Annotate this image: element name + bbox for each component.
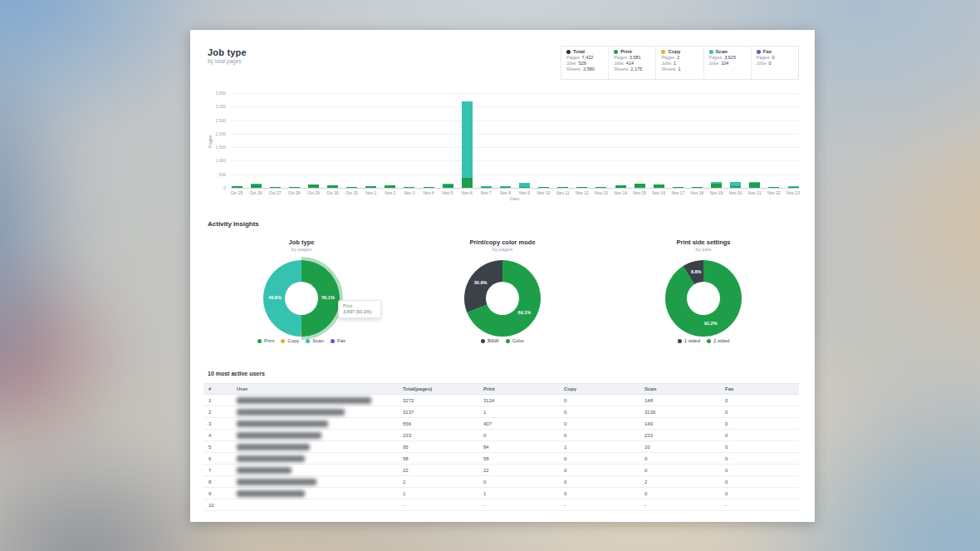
donut-legend-2: B&WColor	[411, 338, 594, 343]
redacted-user-name	[237, 421, 328, 427]
column-header-scan: Scan	[639, 384, 720, 395]
tooltip-value: 3,697 (50.1%)	[343, 309, 376, 315]
table-cell: 233	[398, 430, 478, 441]
table-cell: 0	[720, 453, 799, 465]
legend-dot	[506, 339, 510, 343]
table-cell: 95	[398, 441, 478, 453]
slice-label-2-sided: 91.2%	[697, 321, 725, 326]
redacted-user-name	[237, 467, 292, 474]
table-cell: -	[559, 499, 639, 511]
table-cell: 1	[478, 406, 559, 418]
table-cell: 149	[639, 418, 720, 430]
table-cell: 407	[478, 418, 559, 430]
column-header-fax: Fax	[720, 384, 799, 395]
redacted-user-name	[237, 444, 310, 450]
table-cell: 0	[559, 406, 639, 418]
table-row: 231371031360	[203, 406, 799, 418]
table-cell: 3	[203, 418, 232, 430]
table-row: 595841100	[203, 441, 799, 453]
column-header-total-pages-: Total(pages)	[398, 384, 478, 395]
table-row: 10-----	[203, 499, 799, 511]
legend-dot	[257, 339, 262, 343]
user-name-cell	[232, 488, 398, 499]
chart-tooltip: Print 3,697 (50.1%)	[338, 300, 381, 318]
legend-label: Copy	[287, 338, 299, 343]
table-row: 820020	[203, 476, 799, 488]
slice-label-scan: 49.8%	[261, 295, 289, 300]
legend-label: 1 sided	[684, 338, 700, 343]
legend-dot	[481, 339, 485, 343]
redacted-user-name	[237, 397, 371, 404]
slice-label-b-w: 30.9%	[467, 280, 495, 285]
table-row: 72222000	[203, 465, 799, 476]
table-cell: 556	[398, 418, 478, 430]
table-cell: 6	[203, 453, 232, 465]
table-cell: 22	[398, 465, 478, 476]
legend-item-copy[interactable]: Copy	[281, 338, 299, 343]
legend-label: Print	[264, 338, 274, 343]
table-cell: 10	[203, 499, 232, 511]
users-table-header: #UserTotal(pages)PrintCopyScanFax	[203, 384, 799, 395]
tooltip-series: Print	[343, 303, 376, 309]
legend-label: Scan	[312, 338, 324, 343]
table-cell: 0	[720, 430, 799, 441]
table-cell: 1	[559, 441, 639, 453]
column-header-print: Print	[478, 384, 559, 395]
table-cell: 3124	[478, 395, 559, 406]
legend-item-fax[interactable]: Fax	[331, 338, 345, 343]
table-cell: 1	[478, 488, 559, 499]
donut-legend-3: 1 sided2 sided	[612, 338, 795, 343]
table-cell: 0	[639, 453, 720, 465]
legend-dot	[306, 339, 310, 343]
table-cell: 0	[720, 418, 799, 430]
table-cell: 7	[203, 465, 232, 476]
table-cell: 0	[639, 465, 720, 476]
table-cell: 0	[720, 488, 799, 499]
table-cell: 0	[478, 476, 559, 488]
legend-item-print[interactable]: Print	[257, 338, 274, 343]
table-cell: 0	[559, 476, 639, 488]
table-cell: 0	[720, 476, 799, 488]
table-cell: 0	[559, 453, 639, 465]
table-cell: -	[639, 499, 720, 511]
table-cell: 3136	[639, 406, 720, 418]
users-table-title: 10 most active users	[208, 371, 265, 376]
legend-item-1-sided[interactable]: 1 sided	[678, 338, 700, 343]
most-active-users-table: #UserTotal(pages)PrintCopyScanFax 132723…	[203, 383, 799, 511]
table-cell: 0	[559, 395, 639, 406]
table-cell: 3137	[398, 406, 478, 418]
redacted-user-name	[237, 432, 321, 439]
legend-item-2-sided[interactable]: 2 sided	[707, 338, 729, 343]
table-cell: 148	[639, 395, 720, 406]
table-cell: 5	[203, 441, 232, 453]
legend-dot	[678, 339, 682, 343]
table-row: 13272312401480	[203, 395, 799, 406]
legend-item-b-w[interactable]: B&W	[481, 338, 499, 343]
legend-item-scan[interactable]: Scan	[306, 338, 324, 343]
user-name-cell	[232, 406, 398, 418]
user-name-cell	[232, 465, 398, 476]
redacted-user-name	[237, 490, 305, 497]
table-cell: 0	[639, 488, 720, 499]
table-cell: 9	[203, 488, 232, 499]
table-cell: 58	[398, 453, 478, 465]
table-cell: 84	[478, 441, 559, 453]
redacted-user-name	[237, 479, 316, 485]
table-cell: -	[478, 499, 559, 511]
redacted-user-name	[237, 455, 305, 462]
legend-label: 2 sided	[713, 338, 729, 343]
column-header-copy: Copy	[559, 384, 639, 395]
table-row: 4233002330	[203, 430, 799, 441]
table-cell: 58	[478, 453, 559, 465]
user-name-cell	[232, 441, 398, 453]
legend-dot	[331, 339, 335, 343]
table-cell: 2	[203, 406, 232, 418]
table-cell: 2	[639, 476, 720, 488]
table-cell: 233	[639, 430, 720, 441]
table-cell: 3272	[398, 395, 478, 406]
table-cell: 8	[203, 476, 232, 488]
donut-hole	[687, 282, 720, 315]
slice-label-print: 50.1%	[314, 295, 342, 300]
legend-item-color[interactable]: Color	[506, 338, 524, 343]
legend-label: Fax	[337, 338, 345, 343]
